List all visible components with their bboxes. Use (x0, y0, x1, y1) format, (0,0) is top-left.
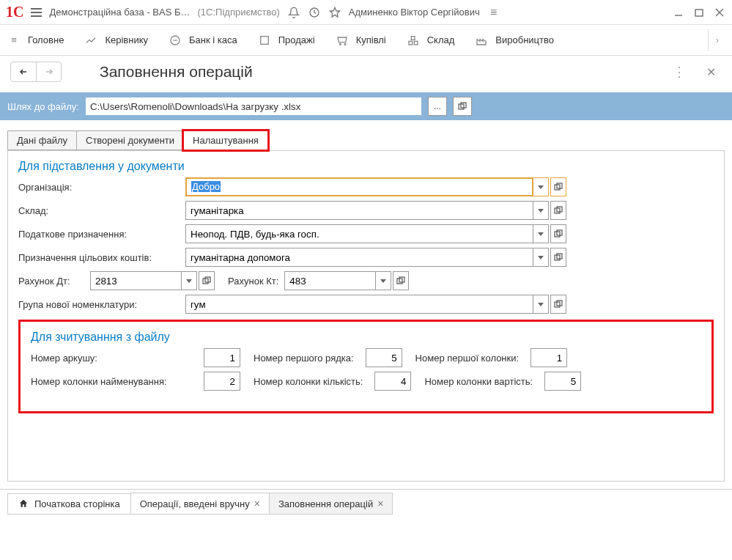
nav-bar: ≡ Головне Керівнику Банк і каса Продажі … (0, 25, 732, 56)
sales-icon (258, 34, 271, 47)
tax-purpose-combo[interactable] (185, 224, 566, 243)
open-ref-icon[interactable] (393, 271, 409, 290)
organization-label: Організація: (18, 182, 185, 193)
star-icon[interactable] (328, 6, 341, 19)
document-tab-operations[interactable]: Операції, введені вручну × (130, 493, 270, 515)
section-title-docs: Для підставлення у документи (18, 160, 714, 173)
dots-icon: ... (434, 101, 441, 111)
tax-purpose-label: Податкове призначення: (18, 229, 185, 240)
page-title: Заповнення операцій (100, 63, 253, 81)
forward-button[interactable] (36, 62, 61, 81)
nav-item-production[interactable]: Виробництво (475, 34, 554, 47)
target-funds-combo[interactable] (185, 248, 566, 267)
maximize-button[interactable] (692, 6, 706, 19)
tax-purpose-input[interactable] (185, 224, 533, 243)
dropdown-icon[interactable] (533, 224, 549, 243)
svg-rect-10 (409, 41, 413, 45)
nav-label: Банк і каса (189, 34, 237, 45)
svg-point-9 (344, 43, 346, 45)
nav-item-bank[interactable]: Банк і каса (169, 34, 237, 47)
svg-rect-12 (411, 36, 415, 40)
file-path-bar: Шлях до файлу: ... (0, 92, 732, 120)
path-input[interactable] (85, 97, 422, 116)
organization-input[interactable] (185, 177, 533, 196)
tab-created-docs[interactable]: Створені документи (76, 130, 184, 150)
close-window-button[interactable] (713, 6, 726, 19)
nomenclature-group-input[interactable] (185, 295, 533, 314)
open-ref-icon[interactable] (199, 271, 215, 290)
nav-label: Купівлі (356, 34, 386, 45)
open-ref-icon[interactable] (550, 295, 566, 314)
dropdown-icon[interactable] (533, 201, 549, 220)
dropdown-icon[interactable] (375, 271, 391, 290)
section-title-file: Для зчитуванння з файлу (31, 331, 701, 344)
document-tab-label: Заповнення операцій (278, 498, 373, 509)
open-ref-icon[interactable] (550, 248, 566, 267)
tab-settings[interactable]: Налаштування (183, 130, 268, 150)
nav-item-stock[interactable]: Склад (407, 34, 455, 47)
dropdown-icon[interactable] (181, 271, 197, 290)
dropdown-icon[interactable] (533, 295, 549, 314)
organization-combo[interactable]: Добро (185, 177, 566, 196)
first-row-input[interactable] (366, 348, 402, 367)
minimize-button[interactable] (672, 6, 685, 19)
warehouse-input[interactable] (185, 201, 533, 220)
target-funds-label: Призначення цільових коштів: (18, 252, 185, 263)
bell-icon[interactable] (287, 6, 300, 19)
history-icon[interactable] (308, 6, 321, 19)
svg-rect-7 (260, 36, 268, 44)
nav-item-main[interactable]: ≡ Головне (7, 34, 64, 47)
organization-value: Добро (191, 181, 221, 192)
home-tab[interactable]: Початкова сторінка (7, 493, 131, 515)
browse-button[interactable]: ... (428, 97, 447, 116)
nav-history-arrows (10, 62, 62, 82)
nav-overflow-icon[interactable]: › (716, 35, 725, 45)
platform-label: (1С:Підприємство) (198, 7, 280, 18)
open-ref-icon[interactable] (550, 177, 566, 196)
close-tab-icon[interactable]: × (254, 498, 260, 509)
first-col-input[interactable] (530, 348, 567, 367)
document-tab-fill-operations[interactable]: Заповнення операцій × (269, 493, 393, 515)
qty-col-input[interactable] (374, 372, 411, 391)
dropdown-icon[interactable] (533, 177, 549, 196)
close-tab-icon[interactable]: × (377, 498, 383, 509)
account-dt-label: Рахунок Дт: (18, 276, 84, 287)
account-kt-input[interactable] (284, 271, 376, 290)
main-menu-icon[interactable] (31, 8, 42, 17)
nav-label: Головне (28, 34, 64, 45)
account-kt-combo[interactable] (284, 271, 409, 290)
nav-separator (708, 29, 709, 51)
warehouse-combo[interactable] (185, 201, 566, 220)
stock-icon (407, 34, 420, 47)
sheet-number-input[interactable] (204, 348, 240, 367)
nomenclature-group-combo[interactable] (185, 295, 566, 314)
nav-item-purchases[interactable]: Купівлі (336, 34, 386, 47)
nomenclature-group-label: Група нової номенклатури: (18, 299, 185, 310)
back-button[interactable] (11, 62, 36, 81)
document-tabs: Початкова сторінка Операції, введені вру… (0, 489, 732, 517)
settings-panel: Для підставлення у документи Організація… (7, 150, 725, 482)
dropdown-icon[interactable] (533, 248, 549, 267)
tab-file-data[interactable]: Дані файлу (7, 130, 77, 150)
account-dt-combo[interactable] (90, 271, 215, 290)
nav-item-sales[interactable]: Продажі (258, 34, 315, 47)
target-funds-input[interactable] (185, 248, 533, 267)
app-title: Демонстраційна база - BAS Б… (49, 7, 190, 18)
open-ref-icon[interactable] (550, 201, 566, 220)
warehouse-label: Склад: (18, 205, 185, 216)
title-bar: 1С Демонстраційна база - BAS Б… (1С:Підп… (0, 0, 732, 25)
user-name[interactable]: Админенко Віктор Сергійович (349, 7, 480, 18)
cost-col-input[interactable] (544, 372, 581, 391)
settings-lines-icon[interactable]: ≡ (487, 6, 500, 19)
account-kt-label: Рахунок Кт: (228, 276, 278, 287)
close-page-button[interactable]: ✕ (700, 65, 722, 79)
account-dt-input[interactable] (90, 271, 182, 290)
name-col-input[interactable] (204, 372, 240, 391)
form-tabs: Дані файлу Створені документи Налаштуван… (0, 120, 732, 150)
chart-line-icon (84, 34, 97, 47)
kebab-menu-icon[interactable]: ⋮ (667, 64, 692, 80)
open-ref-icon[interactable] (550, 224, 566, 243)
home-tab-label: Початкова сторінка (34, 498, 120, 509)
open-externally-button[interactable] (453, 97, 472, 116)
nav-item-director[interactable]: Керівнику (84, 34, 148, 47)
